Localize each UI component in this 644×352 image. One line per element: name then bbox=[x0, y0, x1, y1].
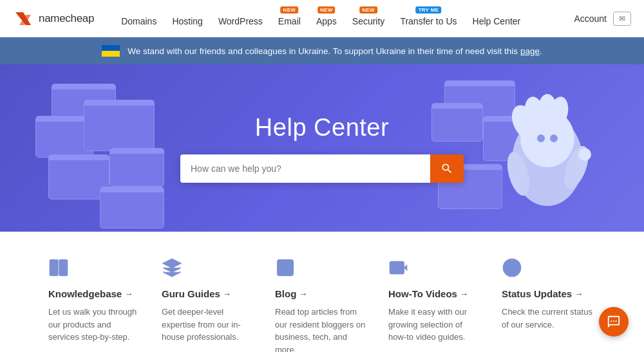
banner-link[interactable]: page bbox=[520, 46, 540, 56]
how-to-videos-icon bbox=[388, 257, 412, 281]
hero-title: Help Center bbox=[255, 114, 389, 142]
screen-5 bbox=[109, 148, 164, 187]
flag-bottom bbox=[102, 51, 120, 57]
nav-item-hosting[interactable]: Hosting bbox=[164, 0, 210, 37]
blog-title[interactable]: Blog → bbox=[275, 288, 369, 299]
blog-desc: Read top articles from our resident blog… bbox=[275, 306, 369, 352]
mail-icon[interactable]: ✉ bbox=[613, 12, 631, 26]
nav-item-email[interactable]: NEW Email bbox=[270, 0, 308, 37]
knowledgebase-icon bbox=[48, 257, 71, 281]
chat-button[interactable] bbox=[599, 307, 629, 337]
logo-text: namecheap bbox=[39, 12, 94, 25]
namecheap-logo-icon bbox=[13, 8, 33, 29]
account-label: Account bbox=[574, 14, 607, 24]
guru-guides-icon bbox=[162, 257, 185, 281]
header: namecheap Domains Hosting WordPress NEW … bbox=[0, 0, 644, 37]
apps-badge: NEW bbox=[317, 6, 336, 14]
account-area[interactable]: Account ✉ bbox=[574, 12, 631, 26]
svg-rect-12 bbox=[59, 260, 67, 275]
mascot-svg bbox=[489, 90, 605, 232]
flag-top bbox=[102, 45, 120, 51]
feature-guru-guides: Guru Guides → Get deeper-level expertise… bbox=[152, 257, 265, 352]
search-input[interactable] bbox=[180, 154, 430, 183]
guru-guides-desc: Get deeper-level expertise from our in-h… bbox=[162, 306, 256, 344]
nav-item-wordpress[interactable]: WordPress bbox=[211, 0, 270, 37]
nav-item-security[interactable]: NEW Security bbox=[345, 0, 393, 37]
chat-dots-icon bbox=[607, 315, 621, 329]
knowledgebase-desc: Let us walk you through our products and… bbox=[48, 306, 142, 344]
knowledgebase-title[interactable]: Knowledgebase → bbox=[48, 288, 142, 299]
feature-blog: Blog → Read top articles from our reside… bbox=[265, 257, 379, 352]
feature-how-to-videos: How-To Videos → Make it easy with our gr… bbox=[379, 257, 492, 352]
feature-status-updates: Status Updates → Check the current statu… bbox=[492, 257, 605, 352]
hero-section: Help Center bbox=[0, 64, 644, 232]
main-nav: Domains Hosting WordPress NEW Email NEW … bbox=[113, 0, 574, 37]
nav-item-apps[interactable]: NEW Apps bbox=[308, 0, 345, 37]
ukraine-banner: We stand with our friends and colleagues… bbox=[0, 37, 644, 64]
security-badge: NEW bbox=[359, 6, 377, 14]
features-section: Knowledgebase → Let us walk you through … bbox=[0, 232, 644, 352]
svg-point-6 bbox=[537, 134, 545, 142]
svg-point-10 bbox=[578, 148, 591, 161]
nav-item-domains[interactable]: Domains bbox=[113, 0, 164, 37]
svg-point-7 bbox=[550, 134, 558, 142]
status-updates-title[interactable]: Status Updates → bbox=[502, 288, 596, 299]
search-bar bbox=[180, 154, 464, 183]
search-icon bbox=[440, 162, 453, 175]
status-updates-icon bbox=[502, 257, 525, 281]
nav-item-help[interactable]: Help Center bbox=[465, 0, 529, 37]
svg-rect-17 bbox=[278, 260, 293, 275]
screen-6 bbox=[100, 187, 164, 228]
svg-point-24 bbox=[616, 320, 617, 322]
banner-text: We stand with our friends and colleagues… bbox=[128, 46, 542, 56]
blog-icon bbox=[275, 257, 298, 281]
feature-knowledgebase: Knowledgebase → Let us walk you through … bbox=[39, 257, 152, 352]
logo[interactable]: namecheap bbox=[13, 8, 94, 29]
nav-item-transfer[interactable]: TRY ME Transfer to Us bbox=[392, 0, 464, 37]
svg-point-22 bbox=[611, 320, 612, 322]
email-badge: NEW bbox=[281, 6, 299, 14]
search-button[interactable] bbox=[430, 154, 464, 183]
svg-point-23 bbox=[613, 320, 614, 322]
hero-content: Help Center bbox=[180, 114, 464, 183]
transfer-badge: TRY ME bbox=[416, 6, 442, 14]
how-to-videos-desc: Make it easy with our growing selection … bbox=[388, 306, 482, 344]
mascot bbox=[489, 90, 605, 232]
guru-guides-title[interactable]: Guru Guides → bbox=[162, 288, 256, 299]
status-updates-desc: Check the current status of our service. bbox=[502, 306, 596, 331]
ukraine-flag bbox=[102, 45, 120, 57]
how-to-videos-title[interactable]: How-To Videos → bbox=[388, 288, 482, 299]
screen-3 bbox=[84, 100, 155, 151]
svg-rect-11 bbox=[50, 260, 58, 275]
